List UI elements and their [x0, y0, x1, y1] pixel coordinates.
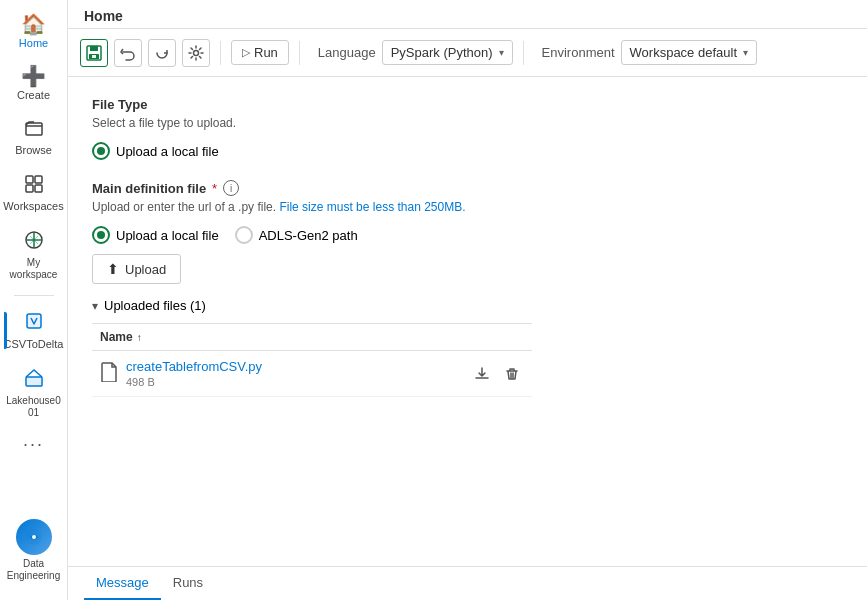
- refresh-button[interactable]: [148, 39, 176, 67]
- language-label: Language: [318, 45, 376, 60]
- sidebar-item-workspaces[interactable]: Workspaces: [4, 168, 64, 219]
- sidebar-item-csvtodelta[interactable]: CSVToDelta: [4, 304, 64, 357]
- main-def-local-option[interactable]: Upload a local file: [92, 226, 219, 244]
- svg-point-14: [194, 50, 199, 55]
- svg-rect-4: [35, 185, 42, 192]
- sidebar-item-label: CSVToDelta: [4, 338, 64, 351]
- toolbar: ▷ Run Language PySpark (Python) ▾ Enviro…: [68, 29, 867, 77]
- main-content: Home: [68, 0, 867, 600]
- bottom-tabs: Message Runs: [68, 566, 867, 600]
- main-def-title: Main definition file: [92, 181, 206, 196]
- file-type-local-option[interactable]: Upload a local file: [92, 142, 219, 160]
- browse-icon: [24, 118, 44, 141]
- create-icon: ➕: [21, 66, 46, 86]
- undo-button[interactable]: [114, 39, 142, 67]
- sidebar-item-label: Create: [17, 89, 50, 102]
- more-icon: ···: [23, 435, 44, 453]
- uploaded-files-header[interactable]: ▾ Uploaded files (1): [92, 298, 843, 313]
- my-workspace-icon: [23, 229, 45, 254]
- sidebar-item-browse[interactable]: Browse: [4, 112, 64, 163]
- file-type-radio-group: Upload a local file: [92, 142, 843, 160]
- lakehouse-icon: [23, 367, 45, 392]
- toolbar-separator: [220, 41, 221, 65]
- main-def-radio-checked-icon: [92, 226, 110, 244]
- sidebar-item-label: Browse: [15, 144, 52, 157]
- main-def-radio-unchecked-icon: [235, 226, 253, 244]
- sort-icon: ↑: [137, 332, 142, 343]
- main-def-subtitle: Upload or enter the url of a .py file. F…: [92, 200, 843, 214]
- chevron-down-icon2: ▾: [743, 47, 748, 58]
- file-icon: [100, 362, 118, 386]
- download-button[interactable]: [470, 362, 494, 386]
- run-button[interactable]: ▷ Run: [231, 40, 289, 65]
- main-def-local-label: Upload a local file: [116, 228, 219, 243]
- workspaces-icon: [24, 174, 44, 197]
- files-table: Name ↑ createTablefromCSV.py 498 B: [92, 323, 532, 397]
- upload-icon: ⬆: [107, 261, 119, 277]
- svg-rect-7: [26, 377, 42, 386]
- svg-rect-3: [26, 185, 33, 192]
- play-icon: ▷: [242, 46, 250, 59]
- environment-dropdown[interactable]: Workspace default ▾: [621, 40, 757, 65]
- svg-rect-11: [90, 46, 98, 51]
- table-header-name: Name: [100, 330, 133, 344]
- file-name: createTablefromCSV.py: [126, 359, 470, 374]
- sidebar-item-create[interactable]: ➕ Create: [4, 60, 64, 108]
- sidebar-item-label: Data Engineering: [7, 558, 60, 582]
- settings-button[interactable]: [182, 39, 210, 67]
- language-dropdown[interactable]: PySpark (Python) ▾: [382, 40, 513, 65]
- csvtodelta-icon: [23, 310, 45, 335]
- file-type-subtitle: Select a file type to upload.: [92, 116, 843, 130]
- main-def-adls-option[interactable]: ADLS-Gen2 path: [235, 226, 358, 244]
- sidebar-item-label: Lakehouse0 01: [6, 395, 61, 419]
- page-title: Home: [68, 0, 867, 29]
- sidebar-divider: [14, 295, 54, 296]
- file-type-local-label: Upload a local file: [116, 144, 219, 159]
- sidebar-item-home[interactable]: 🏠 Home: [4, 8, 64, 56]
- toolbar-separator2: [299, 41, 300, 65]
- table-row: createTablefromCSV.py 498 B: [92, 351, 532, 397]
- run-label: Run: [254, 45, 278, 60]
- svg-point-9: [32, 535, 36, 539]
- file-actions: [470, 362, 524, 386]
- svg-rect-0: [26, 123, 42, 135]
- tab-message[interactable]: Message: [84, 567, 161, 600]
- sidebar-item-label: Workspaces: [3, 200, 63, 213]
- files-table-header: Name ↑: [92, 324, 532, 351]
- svg-rect-6: [27, 314, 41, 328]
- sidebar-item-label: My workspace: [8, 257, 60, 281]
- sidebar-item-lakehouse[interactable]: Lakehouse0 01: [4, 361, 64, 425]
- home-icon: 🏠: [21, 14, 46, 34]
- radio-checked-icon: [92, 142, 110, 160]
- environment-value: Workspace default: [630, 45, 737, 60]
- save-button[interactable]: [80, 39, 108, 67]
- main-def-file-type-options: Upload a local file ADLS-Gen2 path: [92, 226, 843, 244]
- chevron-down-icon3: ▾: [92, 299, 98, 313]
- tab-runs[interactable]: Runs: [161, 567, 215, 600]
- sidebar-item-my-workspace[interactable]: My workspace: [4, 223, 64, 287]
- svg-rect-1: [26, 176, 33, 183]
- uploaded-files-label: Uploaded files (1): [104, 298, 206, 313]
- sidebar-item-data-engineering[interactable]: Data Engineering: [4, 513, 64, 588]
- language-value: PySpark (Python): [391, 45, 493, 60]
- sidebar-item-label: Home: [19, 37, 48, 50]
- svg-rect-2: [35, 176, 42, 183]
- main-def-header: Main definition file * i: [92, 180, 843, 196]
- upload-btn-label: Upload: [125, 262, 166, 277]
- info-icon[interactable]: i: [223, 180, 239, 196]
- content-area: File Type Select a file type to upload. …: [68, 77, 867, 566]
- delete-button[interactable]: [500, 362, 524, 386]
- svg-rect-13: [92, 55, 96, 58]
- required-star: *: [212, 181, 217, 196]
- toolbar-separator3: [523, 41, 524, 65]
- main-def-adls-label: ADLS-Gen2 path: [259, 228, 358, 243]
- chevron-down-icon: ▾: [499, 47, 504, 58]
- sidebar: 🏠 Home ➕ Create Browse Workspaces: [0, 0, 68, 600]
- upload-button[interactable]: ⬆ Upload: [92, 254, 181, 284]
- sidebar-item-more[interactable]: ···: [4, 429, 64, 459]
- environment-label: Environment: [542, 45, 615, 60]
- data-engineering-avatar: [16, 519, 52, 555]
- file-type-title: File Type: [92, 97, 843, 112]
- file-size: 498 B: [126, 376, 470, 388]
